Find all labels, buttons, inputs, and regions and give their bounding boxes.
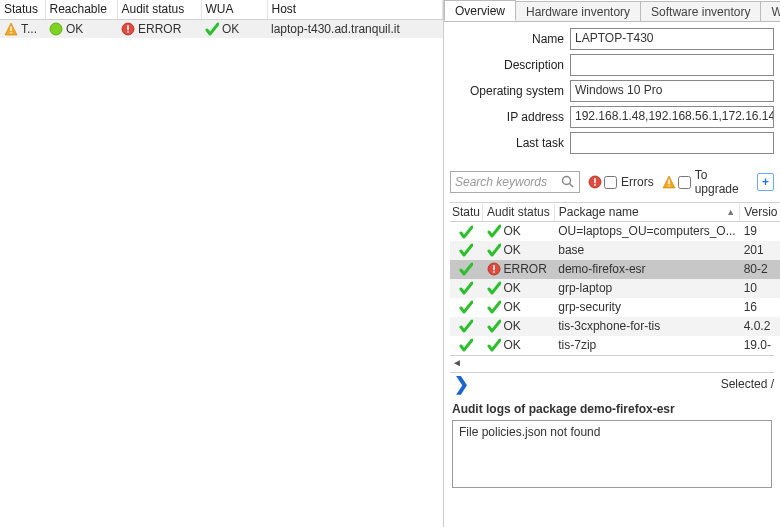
error-icon	[487, 262, 501, 276]
hosts-table: Status Reachable Audit status WUA Host T…	[0, 0, 443, 38]
pkg-name: OU=laptops_OU=computers_O...	[554, 222, 739, 241]
pkg-audit-text: OK	[504, 319, 521, 333]
input-description[interactable]	[570, 54, 774, 76]
col-pkg-name-label: Package name	[559, 205, 639, 219]
checkbox-upgrade[interactable]	[678, 176, 691, 189]
col-pkg-status[interactable]: Statu	[450, 203, 483, 222]
package-row[interactable]: OKgrp-laptop10	[450, 279, 780, 298]
audit-text: ERROR	[138, 22, 181, 36]
checkbox-errors[interactable]	[604, 176, 617, 189]
package-row[interactable]: OKtis-3cxphone-for-tis4.0.2	[450, 317, 780, 336]
search-icon	[561, 175, 575, 189]
warning-icon	[4, 22, 18, 36]
input-os[interactable]: Windows 10 Pro	[570, 80, 774, 102]
hosts-row[interactable]: T... OK ERROR OK laptop-t430.ad.tranquil…	[0, 19, 443, 38]
package-row[interactable]: ERRORdemo-firefox-esr80-2	[450, 260, 780, 279]
package-row[interactable]: OKtis-7zip19.0-	[450, 336, 780, 355]
pkg-audit-text: OK	[504, 281, 521, 295]
check-icon	[487, 243, 501, 257]
error-icon	[121, 22, 135, 36]
check-icon	[487, 224, 501, 238]
check-icon	[205, 22, 219, 36]
col-pkg-name[interactable]: Package name▲	[554, 203, 739, 222]
pkg-version: 19.0-	[740, 336, 780, 355]
packages-table: Statu Audit status Package name▲ Versio …	[450, 202, 780, 355]
col-reachable[interactable]: Reachable	[45, 0, 117, 19]
audit-log-content: File policies.json not found	[459, 425, 600, 439]
check-icon	[459, 319, 473, 333]
input-lasttask[interactable]	[570, 132, 774, 154]
filter-bar: Search keywords Errors To upgrade +	[444, 162, 780, 202]
nav-next-icon[interactable]: ❯	[450, 373, 473, 395]
pkg-audit-text: ERROR	[504, 262, 547, 276]
scroll-left-icon[interactable]: ◄	[452, 357, 462, 368]
pkg-audit-text: OK	[504, 224, 521, 238]
pkg-name: grp-laptop	[554, 279, 739, 298]
check-icon	[487, 319, 501, 333]
reachable-text: OK	[66, 22, 83, 36]
packages-header-row: Statu Audit status Package name▲ Versio	[450, 203, 780, 222]
pkg-name: demo-firefox-esr	[554, 260, 739, 279]
check-icon	[459, 300, 473, 314]
input-name[interactable]: LAPTOP-T430	[570, 28, 774, 50]
pkg-version: 80-2	[740, 260, 780, 279]
audit-log-title: Audit logs of package demo-firefox-esr	[444, 396, 780, 420]
hosts-header-row: Status Reachable Audit status WUA Host	[0, 0, 443, 19]
check-icon	[459, 338, 473, 352]
filter-upgrade[interactable]: To upgrade	[662, 168, 749, 196]
pkg-version: 201	[740, 241, 780, 260]
col-pkg-audit[interactable]: Audit status	[483, 203, 555, 222]
package-row[interactable]: OKbase201	[450, 241, 780, 260]
col-wua[interactable]: WUA	[201, 0, 267, 19]
label-description: Description	[450, 58, 570, 72]
pkg-version: 4.0.2	[740, 317, 780, 336]
pkg-name: tis-7zip	[554, 336, 739, 355]
check-icon	[459, 262, 473, 276]
col-pkg-version[interactable]: Versio	[740, 203, 780, 222]
pkg-name: tis-3cxphone-for-tis	[554, 317, 739, 336]
package-row[interactable]: OKgrp-security16	[450, 298, 780, 317]
tab-hardware[interactable]: Hardware inventory	[515, 1, 641, 22]
warning-icon	[662, 175, 676, 189]
error-icon	[588, 175, 602, 189]
tab-software[interactable]: Software inventory	[640, 1, 761, 22]
status-text: T...	[21, 22, 37, 36]
label-lasttask: Last task	[450, 136, 570, 150]
pkg-version: 16	[740, 298, 780, 317]
pkg-audit-text: OK	[504, 300, 521, 314]
host-form: Name LAPTOP-T430 Description Operating s…	[444, 22, 780, 162]
check-icon	[487, 300, 501, 314]
sort-asc-icon: ▲	[726, 207, 735, 217]
package-row[interactable]: OKOU=laptops_OU=computers_O...19	[450, 222, 780, 241]
label-ip: IP address	[450, 110, 570, 124]
wua-text: OK	[222, 22, 239, 36]
tab-windows[interactable]: Windows u	[760, 1, 780, 22]
audit-log-box[interactable]: File policies.json not found	[452, 420, 772, 488]
hosts-pane: Status Reachable Audit status WUA Host T…	[0, 0, 444, 527]
host-text: laptop-t430.ad.tranquil.it	[267, 19, 443, 38]
packages-scroll-indicator: ◄	[450, 355, 774, 370]
tabs: Overview Hardware inventory Software inv…	[444, 0, 780, 22]
check-icon	[459, 225, 473, 239]
check-icon	[459, 281, 473, 295]
col-status[interactable]: Status	[0, 0, 45, 19]
check-icon	[487, 338, 501, 352]
pkg-audit-text: OK	[504, 243, 521, 257]
label-os: Operating system	[450, 84, 570, 98]
detail-pane: Overview Hardware inventory Software inv…	[444, 0, 780, 527]
col-audit[interactable]: Audit status	[117, 0, 201, 19]
ok-green-icon	[49, 22, 63, 36]
pkg-audit-text: OK	[504, 338, 521, 352]
add-button[interactable]: +	[757, 173, 774, 191]
filter-errors[interactable]: Errors	[588, 175, 654, 189]
pkg-name: grp-security	[554, 298, 739, 317]
input-ip[interactable]: 192.168.1.48,192.168.56.1,172.16.144.52	[570, 106, 774, 128]
check-icon	[487, 281, 501, 295]
search-input[interactable]: Search keywords	[450, 171, 580, 193]
pkg-version: 19	[740, 222, 780, 241]
check-icon	[459, 243, 473, 257]
label-errors: Errors	[621, 175, 654, 189]
tab-overview[interactable]: Overview	[444, 0, 516, 21]
pkg-name: base	[554, 241, 739, 260]
col-host[interactable]: Host	[267, 0, 443, 19]
